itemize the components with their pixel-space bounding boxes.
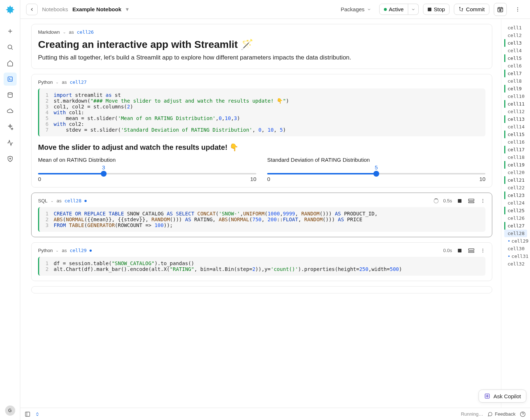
cloud-icon[interactable] <box>4 104 17 118</box>
nav-item-cell5[interactable]: cell5 <box>504 54 527 62</box>
ask-copilot-label: Ask Copilot <box>493 393 521 399</box>
chevron-down-icon[interactable]: ⌄ <box>55 80 59 85</box>
nav-item-cell18[interactable]: cell18 <box>504 153 527 161</box>
code-block[interactable]: 1import streamlit as st 2st.markdown("##… <box>38 88 485 136</box>
stop-icon <box>428 8 431 11</box>
cell-timer: 0.0s <box>443 248 452 253</box>
cell-name[interactable]: cell27 <box>70 79 87 85</box>
cell-python[interactable]: Python ⌄ as cell27 1import streamlit as … <box>31 74 492 188</box>
nav-item-cell27[interactable]: cell27 <box>504 222 527 230</box>
svg-rect-21 <box>25 412 30 416</box>
nav-item-cell7[interactable]: cell7 <box>504 70 527 77</box>
home-icon[interactable] <box>4 57 17 70</box>
nav-item-cell21[interactable]: cell21 <box>504 176 527 184</box>
cell-kind[interactable]: Python <box>38 248 53 253</box>
cell-stop-button[interactable] <box>458 199 461 203</box>
nav-item-cell15[interactable]: cell15 <box>504 131 527 138</box>
cell-name[interactable]: cell28 <box>65 198 82 203</box>
nav-item-cell19[interactable]: cell19 <box>504 161 527 169</box>
stop-label: Stop <box>434 6 445 12</box>
activity-icon[interactable] <box>4 136 17 149</box>
more-button[interactable] <box>511 3 524 16</box>
modified-dot-icon <box>84 200 87 202</box>
avatar[interactable]: G <box>5 405 15 416</box>
shield-icon[interactable] <box>4 152 17 165</box>
nav-item-cell12[interactable]: cell12 <box>504 108 527 115</box>
code-block[interactable]: 1CREATE OR REPLACE TABLE SNOW_CATALOG AS… <box>38 207 485 232</box>
chevron-down-icon[interactable]: ⌄ <box>50 198 54 203</box>
add-icon[interactable] <box>4 25 17 38</box>
nav-item-cell2[interactable]: cell2 <box>504 32 527 39</box>
stop-button[interactable]: Stop <box>423 4 450 15</box>
cell-output-toggle[interactable] <box>468 248 475 253</box>
code-block[interactable]: 1df = session.table("SNOW_CATALOG").to_p… <box>38 257 485 276</box>
cell-kind[interactable]: Markdown <box>38 29 60 35</box>
slider-thumb[interactable] <box>373 171 379 177</box>
active-dropdown-button[interactable] <box>408 4 419 15</box>
back-button[interactable] <box>26 4 38 15</box>
breadcrumb-notebooks[interactable]: Notebooks <box>42 6 68 12</box>
notebooks-icon[interactable] <box>4 73 17 86</box>
collapse-icon[interactable] <box>35 412 40 417</box>
svg-rect-17 <box>469 251 474 252</box>
cell-stop-button[interactable] <box>458 249 461 252</box>
database-icon[interactable] <box>4 88 17 102</box>
feedback-button[interactable]: Feedback <box>488 411 515 417</box>
chevron-down-icon[interactable]: ⌄ <box>55 248 59 253</box>
cell-output-toggle[interactable] <box>468 198 475 203</box>
nav-item-cell26[interactable]: cell26 <box>504 214 527 222</box>
nav-item-cell25[interactable]: cell25 <box>504 207 527 214</box>
svg-point-13 <box>483 199 483 199</box>
cell-more-button[interactable] <box>480 198 485 203</box>
nav-item-cell17[interactable]: cell17 <box>504 146 527 153</box>
active-button[interactable]: Active <box>379 4 409 15</box>
nav-item-cell3[interactable]: cell3 <box>504 39 527 47</box>
nav-item-cell1[interactable]: cell1 <box>504 24 527 32</box>
nav-item-cell24[interactable]: cell24 <box>504 199 527 207</box>
notebook-title[interactable]: Example Notebook <box>73 6 121 12</box>
nav-item-cell28[interactable]: cell28 <box>504 230 527 237</box>
nav-item-cell32[interactable]: cell32 <box>504 260 527 268</box>
nav-item-cell4[interactable]: cell4 <box>504 47 527 54</box>
nav-item-cell13[interactable]: cell13 <box>504 115 527 123</box>
nav-item-cell23[interactable]: cell23 <box>504 192 527 199</box>
cell-more-button[interactable] <box>480 248 485 253</box>
nav-item-cell8[interactable]: cell8 <box>504 77 527 85</box>
sparkle-icon[interactable] <box>4 120 17 133</box>
chevron-down-icon[interactable]: ▾ <box>126 6 129 13</box>
cell-markdown[interactable]: Markdown ⌄ as cell26 Creating an interac… <box>31 24 492 69</box>
nav-item-cell30[interactable]: cell30 <box>504 245 527 252</box>
slider-thumb[interactable] <box>101 171 107 177</box>
slider-stdev: Standard Deviation of RATING Distributio… <box>267 157 485 182</box>
chevron-down-icon[interactable]: ⌄ <box>63 30 66 34</box>
nav-item-cell29[interactable]: cell29 <box>504 237 527 245</box>
schedule-button[interactable] <box>494 3 507 16</box>
ask-copilot-button[interactable]: Ask Copilot <box>479 390 526 403</box>
nav-item-cell11[interactable]: cell11 <box>504 100 527 108</box>
nav-item-cell31[interactable]: cell31 <box>504 252 527 260</box>
nav-item-cell22[interactable]: cell22 <box>504 184 527 192</box>
help-icon[interactable] <box>520 411 526 417</box>
cell-name[interactable]: cell29 <box>70 248 87 253</box>
nav-item-cell14[interactable]: cell14 <box>504 123 527 131</box>
nav-item-cell20[interactable]: cell20 <box>504 169 527 176</box>
nav-item-cell10[interactable]: cell10 <box>504 92 527 100</box>
svg-rect-11 <box>469 199 474 201</box>
packages-button[interactable]: Packages <box>337 4 375 15</box>
cell-python[interactable]: Python ⌄ as cell29 0.0s 1df = session.ta… <box>31 242 492 281</box>
cell-timer: 0.5s <box>443 198 452 203</box>
nav-item-cell16[interactable]: cell16 <box>504 138 527 146</box>
nav-item-cell6[interactable]: cell6 <box>504 62 527 70</box>
panel-toggle-icon[interactable] <box>25 411 30 417</box>
cell-name[interactable]: cell26 <box>77 29 94 35</box>
cell-kind[interactable]: SQL <box>38 198 47 203</box>
slider-track[interactable] <box>38 173 256 174</box>
cell-placeholder[interactable] <box>31 286 492 293</box>
nav-item-cell9[interactable]: cell9 <box>504 85 527 92</box>
search-icon[interactable] <box>4 41 17 54</box>
cell-sql[interactable]: SQL ⌄ as cell28 0.5s 1CREATE OR REPLACE <box>31 193 492 237</box>
cell-kind[interactable]: Python <box>38 79 53 85</box>
commit-button[interactable]: Commit <box>454 4 489 15</box>
svg-point-20 <box>483 252 483 252</box>
slider-track[interactable] <box>267 173 485 174</box>
